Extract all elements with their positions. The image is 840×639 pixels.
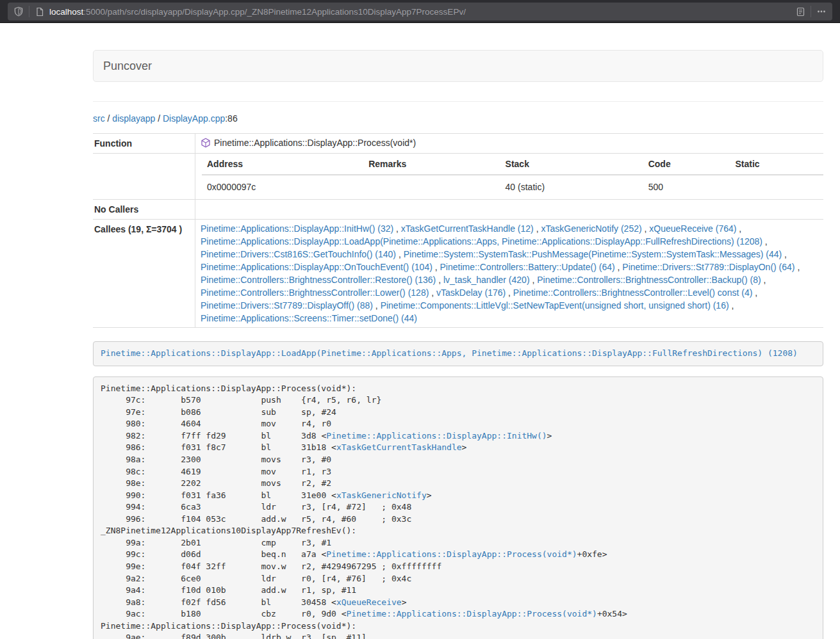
asm-line: 97c: b570 push {r4, r5, r6, lr}: [101, 394, 816, 407]
asm-symbol-link[interactable]: xTaskGenericNotify: [336, 490, 427, 500]
asm-line: 986: f031 f8c7 bl 31b18 <xTaskGetCurrent…: [101, 442, 816, 454]
asm-line: 98c: 4619 mov r1, r3: [101, 466, 816, 478]
details-value-row: 0x0000097c40 (static)500: [202, 175, 823, 199]
asm-text: >: [462, 442, 467, 452]
app-title: Puncover: [103, 60, 152, 73]
url-text[interactable]: localhost:5000/path/src/displayapp/Displ…: [49, 7, 795, 17]
asm-text: 996: f104 053c add.w r5, r4, #60 ; 0x3c: [101, 514, 411, 524]
asm-text: 9a4: f10d 010b add.w r1, sp, #11: [101, 585, 356, 595]
asm-line: 9a2: 6ce0 ldr r0, [r4, #76] ; 0x4c: [101, 573, 816, 585]
asm-text: 98c: 4619 mov r1, r3: [101, 467, 331, 476]
asm-text: >: [427, 490, 432, 500]
highlighted-callee-link[interactable]: Pinetime::Applications::DisplayApp::Load…: [101, 348, 798, 358]
asm-text: 982: f7ff fd29 bl 3d8 <: [101, 431, 326, 441]
asm-symbol-link[interactable]: xTaskGetCurrentTaskHandle: [336, 442, 462, 452]
callee-separator: ,: [534, 223, 541, 234]
details-header-row: AddressRemarksStackCodeStatic: [202, 154, 823, 175]
callee-link[interactable]: Pinetime::Components::LittleVgl::SetNewT…: [381, 300, 729, 311]
asm-text: 98e: 2202 movs r2, #2: [101, 478, 331, 488]
no-callers-label: No Callers: [93, 200, 195, 220]
callee-link[interactable]: Pinetime::Applications::DisplayApp::Init…: [201, 223, 393, 234]
shield-icon[interactable]: [13, 6, 24, 17]
callee-link[interactable]: lv_task_handler (420): [443, 275, 530, 285]
callee-separator: ,: [373, 300, 381, 311]
callee-link[interactable]: Pinetime::Drivers::Cst816S::GetTouchInfo…: [201, 249, 396, 259]
callee-link[interactable]: Pinetime::System::SystemTask::PushMessag…: [404, 249, 782, 259]
callee-separator: ,: [736, 223, 741, 234]
function-row-label: Function: [93, 134, 195, 154]
callee-link[interactable]: xQueueReceive (764): [649, 223, 736, 234]
callee-link[interactable]: Pinetime::Controllers::BrightnessControl…: [537, 275, 761, 285]
details-cell: 40 (static): [500, 175, 643, 199]
asm-line: 97e: b086 sub sp, #24: [101, 407, 816, 419]
more-actions-icon[interactable]: [816, 6, 827, 17]
url-bar[interactable]: localhost:5000/path/src/displayapp/Displ…: [8, 3, 832, 20]
details-column-header: Static: [730, 154, 823, 175]
function-name: Pinetime::Applications::DisplayApp::Proc…: [214, 138, 416, 148]
asm-text: 99c: d06d beq.n a7a <: [101, 549, 326, 559]
asm-line: 99e: f04f 32ff mov.w r2, #4294967295 ; 0…: [101, 561, 816, 573]
callee-link[interactable]: Pinetime::Controllers::BrightnessControl…: [201, 275, 436, 285]
asm-text: 980: 4604 mov r4, r0: [101, 419, 331, 428]
asm-text: +0xfe>: [577, 549, 607, 559]
asm-line: 994: 6ca3 ldr r3, [r4, #72] ; 0x48: [101, 501, 816, 514]
reader-mode-icon[interactable]: [795, 6, 806, 17]
breadcrumb-link[interactable]: DisplayApp.cpp: [163, 113, 225, 124]
asm-line: 99c: d06d beq.n a7a <Pinetime::Applicati…: [101, 549, 816, 561]
callee-separator: ,: [795, 262, 800, 272]
callee-link[interactable]: Pinetime::Drivers::St7789::DisplayOff() …: [201, 300, 373, 311]
asm-line: 982: f7ff fd29 bl 3d8 <Pinetime::Applica…: [101, 430, 816, 442]
function-table: Function Pinetime::Applications::Display…: [93, 133, 823, 328]
breadcrumb-separator: /: [155, 113, 163, 124]
callee-link[interactable]: Pinetime::Controllers::BrightnessControl…: [513, 287, 752, 298]
details-column-header: Code: [643, 154, 730, 175]
asm-line: _ZN8Pinetime12Applications10DisplayApp7R…: [101, 525, 816, 537]
callees-list: Pinetime::Applications::DisplayApp::Init…: [195, 220, 824, 328]
details-cell: [730, 175, 823, 199]
table-row: Callees (19, Σ=3704 ) Pinetime::Applicat…: [93, 220, 823, 328]
callee-link[interactable]: Pinetime::Controllers::BrightnessControl…: [201, 287, 429, 298]
asm-symbol-link[interactable]: Pinetime::Applications::DisplayApp::Proc…: [326, 549, 577, 559]
callee-separator: ,: [432, 262, 440, 272]
asm-line: Pinetime::Applications::DisplayApp::Proc…: [101, 620, 816, 633]
callee-link[interactable]: Pinetime::Applications::Screens::Timer::…: [201, 313, 417, 323]
callee-separator: ,: [429, 287, 436, 298]
callee-link[interactable]: Pinetime::Applications::DisplayApp::Load…: [201, 236, 762, 247]
callee-link[interactable]: Pinetime::Controllers::Battery::Update()…: [440, 262, 615, 272]
table-row: AddressRemarksStackCodeStatic 0x0000097c…: [93, 154, 823, 200]
asm-line: 99a: 2b01 cmp r3, #1: [101, 537, 816, 549]
callee-separator: ,: [642, 223, 650, 234]
callee-separator: ,: [761, 275, 766, 285]
asm-text: 9a2: 6ce0 ldr r0, [r4, #76] ; 0x4c: [101, 574, 411, 583]
callee-separator: ,: [762, 236, 768, 247]
asm-text: Pinetime::Applications::DisplayApp::Proc…: [101, 384, 356, 393]
disassembly-block: Pinetime::Applications::DisplayApp::Proc…: [93, 376, 823, 639]
asm-line: 996: f104 053c add.w r5, r4, #60 ; 0x3c: [101, 514, 816, 526]
urlbar-divider-right: [811, 6, 811, 17]
asm-text: 986: f031 f8c7 bl 31b18 <: [101, 442, 336, 452]
callee-link[interactable]: vTaskDelay (176): [436, 287, 506, 298]
asm-text: _ZN8Pinetime12Applications10DisplayApp7R…: [101, 526, 356, 535]
asm-line: 980: 4604 mov r4, r0: [101, 418, 816, 430]
breadcrumb-link[interactable]: src: [93, 113, 105, 124]
asm-text: 9a8: f02f fd56 bl 30458 <: [101, 597, 336, 607]
highlighted-callee-box: Pinetime::Applications::DisplayApp::Load…: [93, 341, 823, 366]
callee-link[interactable]: Pinetime::Applications::DisplayApp::OnTo…: [201, 262, 432, 272]
page-icon[interactable]: [34, 6, 45, 17]
details-column-header: Remarks: [363, 154, 500, 175]
breadcrumb-separator: /: [105, 113, 113, 124]
asm-text: 994: 6ca3 ldr r3, [r4, #72] ; 0x48: [101, 502, 411, 512]
details-cell: 0x0000097c: [202, 175, 363, 199]
asm-symbol-link[interactable]: xQueueReceive: [336, 597, 402, 607]
asm-text: 98a: 2300 movs r3, #0: [101, 455, 331, 464]
callee-link[interactable]: xTaskGetCurrentTaskHandle (12): [401, 223, 534, 234]
asm-symbol-link[interactable]: Pinetime::Applications::DisplayApp::Init…: [326, 431, 547, 441]
package-cube-icon: [201, 138, 211, 148]
callee-link[interactable]: xTaskGenericNotify (252): [541, 223, 641, 234]
page-container: Puncover src / displayapp / DisplayApp.c…: [93, 50, 823, 639]
asm-text: Pinetime::Applications::DisplayApp::Proc…: [101, 621, 356, 631]
asm-symbol-link[interactable]: Pinetime::Applications::DisplayApp::Proc…: [347, 609, 597, 619]
callee-link[interactable]: Pinetime::Drivers::St7789::DisplayOn() (…: [622, 262, 795, 272]
breadcrumb-link[interactable]: displayapp: [112, 113, 155, 124]
callee-separator: ,: [782, 249, 787, 259]
